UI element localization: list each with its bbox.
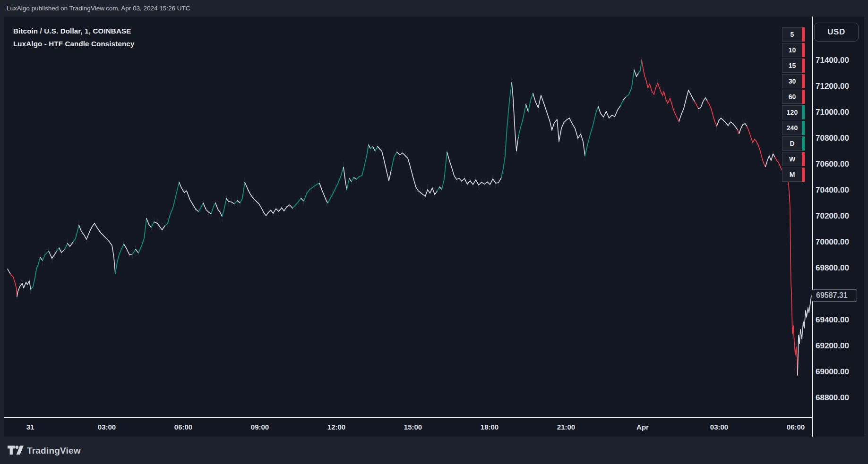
last-price-label: 69587.31 (812, 289, 857, 302)
symbol-title: Bitcoin / U.S. Dollar, 1, COINBASE (13, 27, 131, 35)
attribution-text: LuxAlgo published on TradingView.com, Ap… (7, 5, 190, 12)
attribution-bar: LuxAlgo published on TradingView.com, Ap… (0, 0, 868, 17)
footer-bar (0, 437, 868, 464)
indicator-title: LuxAlgo - HTF Candle Consistency (13, 40, 134, 48)
tradingview-logo-icon[interactable] (8, 446, 24, 456)
currency-toggle-button[interactable]: USD (814, 23, 859, 42)
tradingview-brand-link[interactable]: TradingView (27, 446, 81, 456)
chart-canvas[interactable] (4, 17, 864, 437)
tradingview-published-chart: { "attribution": { "text": "LuxAlgo publ… (0, 0, 868, 464)
